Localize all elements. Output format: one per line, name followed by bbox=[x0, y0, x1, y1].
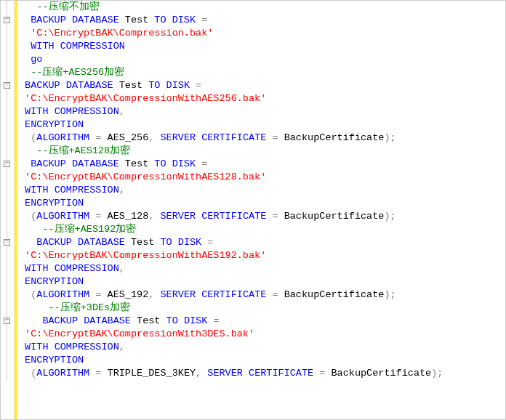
token: = bbox=[95, 132, 101, 143]
token: COMPRESSION bbox=[55, 342, 119, 352]
token: ); bbox=[431, 368, 443, 379]
token: BACKUP bbox=[42, 315, 78, 326]
token: ALGORITHM bbox=[36, 368, 89, 379]
token: BackupCertificate bbox=[331, 368, 431, 379]
token: 'C:\EncryptBAK\Compression.bak' bbox=[31, 28, 213, 39]
token: BACKUP bbox=[31, 158, 66, 169]
code-line[interactable]: --压缩+AES192加密 bbox=[19, 223, 505, 236]
token: BackupCertificate bbox=[284, 211, 385, 222]
token: , bbox=[196, 368, 201, 379]
code-editor[interactable]: --压缩不加密 BACKUP DATABASE Test TO DISK = '… bbox=[0, 0, 506, 420]
code-line[interactable]: (ALGORITHM = AES_256, SERVER CERTIFICATE… bbox=[19, 132, 505, 145]
token: Test bbox=[137, 315, 160, 326]
token: TO bbox=[154, 158, 166, 169]
token: AES_256 bbox=[108, 132, 149, 143]
code-line[interactable]: 'C:\EncryptBAK\CompressionWithAES128.bak… bbox=[19, 171, 505, 184]
token: COMPRESSION bbox=[55, 106, 119, 117]
code-line[interactable]: (ALGORITHM = TRIPLE_DES_3KEY, SERVER CER… bbox=[19, 367, 505, 380]
code-line[interactable]: WITH COMPRESSION, bbox=[19, 105, 505, 118]
code-line[interactable]: ENCRYPTION bbox=[19, 118, 505, 132]
code-line[interactable]: (ALGORITHM = AES_128, SERVER CERTIFICATE… bbox=[19, 210, 505, 223]
code-line[interactable]: 'C:\EncryptBAK\Compression.bak' bbox=[19, 27, 505, 40]
code-line[interactable]: ENCRYPTION bbox=[19, 354, 505, 367]
token: DISK bbox=[166, 80, 190, 91]
code-line[interactable]: --压缩+3DEs加密 bbox=[19, 302, 505, 315]
token: BACKUP bbox=[36, 237, 72, 248]
code-line[interactable]: BACKUP DATABASE Test TO DISK = bbox=[19, 236, 505, 249]
token: DISK bbox=[172, 158, 196, 169]
token: Test bbox=[125, 15, 148, 25]
fold-gutter bbox=[1, 1, 15, 419]
token: --压缩+AES192加密 bbox=[42, 224, 136, 235]
fold-guide-line bbox=[7, 1, 7, 380]
code-line[interactable]: ENCRYPTION bbox=[19, 275, 505, 288]
code-line[interactable]: --压缩+AES256加密 bbox=[19, 66, 505, 79]
token: COMPRESSION bbox=[55, 263, 119, 274]
token: SERVER bbox=[161, 132, 196, 143]
token: = bbox=[196, 80, 201, 91]
code-line[interactable]: 'C:\EncryptBAK\CompressionWithAES192.bak… bbox=[19, 249, 505, 262]
token: = bbox=[95, 368, 101, 379]
token: WITH bbox=[31, 41, 54, 52]
token: go bbox=[31, 54, 42, 65]
token: SERVER bbox=[161, 289, 196, 300]
token: = bbox=[207, 237, 213, 248]
token: 'C:\EncryptBAK\CompressionWithAES256.bak… bbox=[25, 93, 266, 104]
code-line[interactable]: ENCRYPTION bbox=[19, 197, 505, 210]
token: TO bbox=[148, 80, 160, 91]
token: CERTIFICATE bbox=[201, 211, 266, 222]
code-line[interactable]: go bbox=[19, 53, 505, 66]
code-line[interactable]: --压缩+AES128加密 bbox=[19, 145, 505, 158]
token: WITH bbox=[25, 342, 48, 352]
token: , bbox=[119, 263, 125, 274]
token: Test bbox=[119, 80, 142, 91]
token: ); bbox=[384, 289, 395, 300]
token: = bbox=[95, 289, 101, 300]
token: CERTIFICATE bbox=[249, 368, 313, 379]
token: ENCRYPTION bbox=[25, 355, 84, 366]
token: ENCRYPTION bbox=[25, 198, 84, 209]
token: DISK bbox=[178, 237, 201, 248]
token: --压缩+AES256加密 bbox=[31, 67, 124, 78]
code-line[interactable]: --压缩不加密 bbox=[19, 1, 505, 14]
token: DATABASE bbox=[72, 158, 119, 169]
code-line[interactable]: 'C:\EncryptBAK\CompressionWithAES256.bak… bbox=[19, 92, 505, 105]
token: DATABASE bbox=[72, 15, 119, 25]
code-area[interactable]: --压缩不加密 BACKUP DATABASE Test TO DISK = '… bbox=[17, 1, 505, 419]
token: = bbox=[201, 158, 207, 169]
token: CERTIFICATE bbox=[201, 132, 266, 143]
token: 'C:\EncryptBAK\CompressionWithAES192.bak… bbox=[25, 250, 266, 261]
token: = bbox=[272, 211, 278, 222]
token: , bbox=[119, 342, 125, 352]
token: ENCRYPTION bbox=[25, 119, 84, 130]
token: , bbox=[119, 106, 125, 117]
token: DISK bbox=[184, 315, 207, 326]
token: DATABASE bbox=[84, 315, 131, 326]
token: ); bbox=[384, 211, 395, 222]
code-line[interactable]: BACKUP DATABASE Test TO DISK = bbox=[19, 315, 505, 328]
token: WITH bbox=[25, 263, 48, 274]
code-line[interactable]: BACKUP DATABASE Test TO DISK = bbox=[19, 79, 505, 92]
code-line[interactable]: WITH COMPRESSION, bbox=[19, 341, 505, 354]
token: AES_128 bbox=[108, 211, 149, 222]
token: WITH bbox=[25, 185, 48, 195]
token: = bbox=[272, 289, 278, 300]
code-line[interactable]: (ALGORITHM = AES_192, SERVER CERTIFICATE… bbox=[19, 288, 505, 302]
code-line[interactable]: 'C:\EncryptBAK\CompressionWith3DES.bak' bbox=[19, 328, 505, 341]
token: BACKUP bbox=[25, 80, 60, 91]
token: BackupCertificate bbox=[284, 132, 385, 143]
token: ALGORITHM bbox=[36, 211, 89, 222]
token: CERTIFICATE bbox=[201, 289, 266, 300]
token: Test bbox=[125, 158, 148, 169]
token: = bbox=[95, 211, 101, 222]
code-line[interactable]: WITH COMPRESSION bbox=[19, 40, 505, 53]
code-line[interactable]: BACKUP DATABASE Test TO DISK = bbox=[19, 158, 505, 171]
token: , bbox=[148, 289, 154, 300]
code-line[interactable]: WITH COMPRESSION, bbox=[19, 184, 505, 197]
code-line[interactable]: WITH COMPRESSION, bbox=[19, 262, 505, 275]
code-line[interactable]: BACKUP DATABASE Test TO DISK = bbox=[19, 14, 505, 27]
token: SERVER bbox=[161, 211, 196, 222]
token: TO bbox=[154, 15, 166, 25]
token: ALGORITHM bbox=[36, 132, 89, 143]
token: = bbox=[201, 15, 207, 25]
